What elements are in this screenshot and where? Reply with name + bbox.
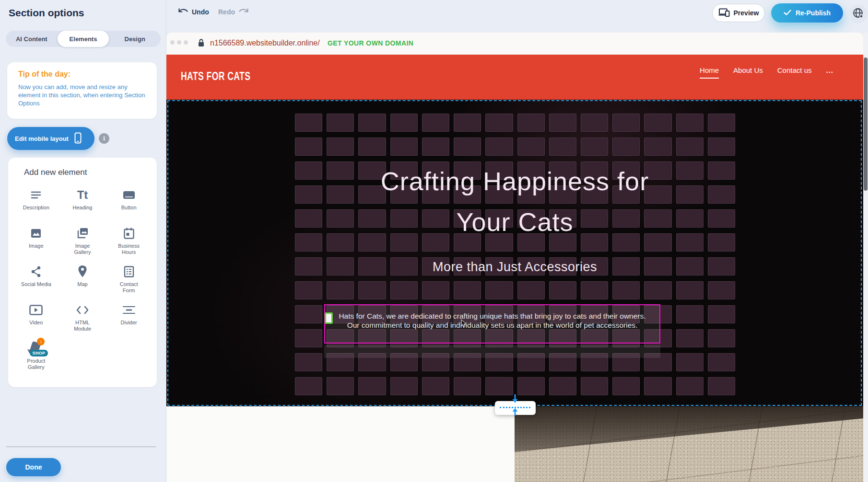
devices-icon xyxy=(718,8,730,18)
calendar-icon xyxy=(121,226,137,241)
nav-home[interactable]: Home xyxy=(700,66,719,79)
undo-button[interactable]: Undo xyxy=(178,8,209,16)
hero-tile xyxy=(327,114,354,132)
element-label: Divider xyxy=(121,320,137,326)
sidebar-tabs: AI Content Elements Design xyxy=(6,31,161,47)
element-label: Image Gallery xyxy=(74,243,91,255)
done-button[interactable]: Done xyxy=(6,458,61,476)
hero-tile xyxy=(327,281,354,299)
add-element-image-gallery[interactable]: Image Gallery xyxy=(59,221,106,260)
selected-description-element[interactable]: Hats for Cats, we are dedicated to craft… xyxy=(324,304,660,344)
hero-tile xyxy=(358,114,386,132)
add-panel-title: Add new element xyxy=(8,158,157,177)
redo-button[interactable]: Redo xyxy=(218,8,249,16)
site-header[interactable]: HATS FOR CATS Home About Us Contact us .… xyxy=(166,55,863,100)
add-element-button[interactable]: Button xyxy=(106,183,152,221)
hero-heading[interactable]: Crafting Happiness for Your Cats xyxy=(166,161,863,242)
drag-ghost-strip xyxy=(324,345,660,358)
button-icon xyxy=(121,188,137,202)
app-root: Section options AI Content Elements Desi… xyxy=(0,0,868,482)
hero-tile xyxy=(644,138,671,156)
element-label: Social Media xyxy=(21,281,51,287)
hero-tile xyxy=(676,281,704,299)
nav-more-menu[interactable]: ... xyxy=(826,66,833,78)
hero-tile xyxy=(708,281,735,299)
globe-icon xyxy=(852,7,864,21)
add-element-video[interactable]: Video xyxy=(13,298,59,336)
info-icon[interactable]: i xyxy=(99,133,109,144)
site-url[interactable]: n1566589.websitebuilder.online/ xyxy=(210,39,320,47)
hero-subheading[interactable]: More than Just Accessories xyxy=(166,260,863,275)
add-element-contact-form[interactable]: Contact Form xyxy=(106,260,152,298)
hero-tile xyxy=(676,329,704,347)
preview-scrollbar[interactable] xyxy=(863,33,868,482)
undo-label: Undo xyxy=(192,8,209,16)
hero-tile xyxy=(422,114,449,132)
get-domain-link[interactable]: GET YOUR OWN DOMAIN xyxy=(328,39,413,47)
share-icon xyxy=(28,264,44,279)
redo-icon xyxy=(238,8,249,16)
hero-paragraph: Hats for Cats, we are dedicated to craft… xyxy=(325,311,659,330)
page-title: Section options xyxy=(9,7,84,19)
nav-contact-us[interactable]: Contact us xyxy=(777,66,812,78)
add-element-image[interactable]: Image xyxy=(13,221,59,260)
add-element-html-module[interactable]: HTML Module xyxy=(59,298,106,336)
element-drag-handle[interactable] xyxy=(325,312,333,324)
hero-tile xyxy=(390,114,418,132)
hero-tile xyxy=(581,138,608,156)
add-element-map[interactable]: Map xyxy=(59,260,106,298)
video-icon xyxy=(28,303,44,317)
hero-tile xyxy=(708,114,735,132)
check-icon xyxy=(784,9,791,17)
element-label: Business Hours xyxy=(118,243,140,255)
hero-tile xyxy=(422,377,449,395)
hero-tile xyxy=(708,329,735,347)
preview-browser-bar: n1566589.websitebuilder.online/ GET YOUR… xyxy=(166,33,863,55)
hero-heading-line2: Your Cats xyxy=(166,202,863,242)
hero-tile xyxy=(454,114,481,132)
description-icon xyxy=(28,188,44,202)
next-section-white[interactable] xyxy=(166,406,515,482)
tab-ai-content[interactable]: AI Content xyxy=(6,31,58,47)
republish-button[interactable]: Re-Publish xyxy=(771,3,843,23)
hero-tile xyxy=(390,281,418,299)
section-resize-handle[interactable] xyxy=(495,401,536,415)
add-element-business-hours[interactable]: Business Hours xyxy=(106,221,152,260)
site-nav: Home About Us Contact us ... xyxy=(700,66,833,79)
browser-dot xyxy=(170,40,175,45)
hero-paragraph-line2: Our commitment to quality and individual… xyxy=(325,321,659,330)
add-element-product-gallery[interactable]: ↑ SHOP Product Gallery xyxy=(13,336,59,375)
tab-design[interactable]: Design xyxy=(109,31,161,47)
add-element-social-media[interactable]: Social Media xyxy=(13,260,59,298)
hero-tile xyxy=(581,377,608,395)
next-section-floor-image[interactable] xyxy=(515,406,863,482)
globe-button[interactable] xyxy=(848,4,868,23)
lock-icon xyxy=(198,39,204,49)
divider-icon xyxy=(121,303,137,317)
preview-scrollbar-thumb[interactable] xyxy=(864,57,868,191)
phone-icon xyxy=(74,132,82,145)
hero-tile xyxy=(676,305,704,323)
hero-tile xyxy=(485,281,513,299)
add-element-panel: Add new element Description Tt Heading xyxy=(8,158,157,387)
hero-section[interactable]: Crafting Happiness for Your Cats More th… xyxy=(166,100,863,406)
nav-about-us[interactable]: About Us xyxy=(733,66,763,78)
image-icon xyxy=(28,226,44,241)
element-label: HTML Module xyxy=(74,320,91,332)
hero-tile xyxy=(581,114,608,132)
add-element-heading[interactable]: Tt Heading xyxy=(59,183,106,221)
element-label: Heading xyxy=(73,205,93,211)
edit-mobile-layout-button[interactable]: Edit mobile layout xyxy=(7,127,94,150)
republish-label: Re-Publish xyxy=(796,9,831,17)
arrow-up-icon xyxy=(511,408,519,418)
hero-tile xyxy=(708,305,735,323)
element-label: Product Gallery xyxy=(27,358,45,370)
heading-icon: Tt xyxy=(75,188,90,202)
preview-button[interactable]: Preview xyxy=(712,4,765,22)
site-logo[interactable]: HATS FOR CATS xyxy=(181,69,250,83)
tab-elements[interactable]: Elements xyxy=(58,31,109,47)
add-element-description[interactable]: Description xyxy=(13,183,59,221)
hero-tile xyxy=(454,281,481,299)
hero-tile xyxy=(295,114,322,132)
add-element-divider[interactable]: Divider xyxy=(106,298,152,336)
